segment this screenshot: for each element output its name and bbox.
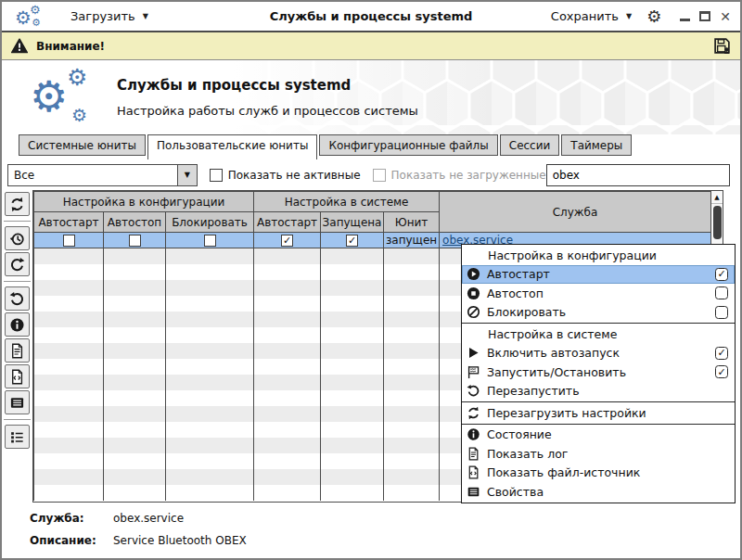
info-icon [467, 427, 480, 441]
config-autostop-checkbox[interactable]: ✓ [129, 235, 141, 247]
redo-button[interactable] [5, 252, 30, 276]
column-header-service[interactable]: Служба [440, 192, 711, 233]
menu-checkbox[interactable]: ✓ [715, 268, 728, 281]
tab-sessions[interactable]: Сессии [500, 134, 560, 156]
column-header[interactable]: Автостарт [34, 212, 104, 233]
save-menu-label: Сохранить [551, 9, 619, 23]
menu-checkbox[interactable]: ✓ [715, 347, 728, 360]
group-header-config[interactable]: Настройка в конфигурации [34, 192, 254, 212]
app-header-banner: ⚙ ⚙ ⚙ Службы и процессы systemd Настройк… [2, 60, 740, 134]
left-toolbar [2, 190, 32, 503]
toolbar-separator [4, 281, 31, 282]
load-menu-label: Загрузить [70, 9, 135, 23]
context-menu-item-show-source[interactable]: Показать файл-источник [462, 464, 735, 483]
history-button[interactable] [5, 226, 30, 250]
app-gears-logo: ⚙ ⚙ ⚙ [30, 66, 98, 129]
scrollbar-thumb[interactable] [713, 206, 722, 239]
play-icon [467, 346, 480, 360]
close-button[interactable]: ✕ [720, 10, 731, 23]
config-autostart-checkbox[interactable]: ✓ [63, 235, 75, 247]
column-header[interactable]: Блокировать [166, 212, 254, 233]
title-bar: ⚙ ⚙ ⚙ Загрузить ▼ Службы и процессы syst… [2, 2, 740, 32]
column-header[interactable]: Юнит [384, 212, 440, 233]
save-menu-button[interactable]: Сохранить ▼ [551, 9, 632, 23]
context-menu-item-show-log[interactable]: Показать лог [462, 444, 735, 464]
warning-triangle-icon [11, 38, 28, 54]
chevron-down-icon: ▼ [143, 13, 148, 20]
context-menu-section-system: Настройка в системе [462, 325, 735, 344]
filter-select[interactable]: Все ▼ [7, 164, 198, 186]
window-controls: ✕ [680, 10, 731, 23]
stop-circle-icon [467, 286, 480, 300]
context-menu-item-reload-settings[interactable]: Перезагрузить настройки [462, 403, 735, 423]
description-label: Описание: [30, 534, 113, 547]
filter-select-value: Все [14, 169, 34, 182]
banner-title: Службы и процессы systemd [117, 77, 418, 94]
list-button[interactable] [5, 425, 30, 449]
load-menu-button[interactable]: Загрузить ▼ [70, 9, 148, 23]
config-block-checkbox[interactable]: ✓ [204, 235, 216, 247]
context-menu-item-status[interactable]: Состояние [462, 426, 735, 445]
menu-checkbox[interactable]: ✓ [715, 306, 728, 319]
system-autostart-checkbox[interactable]: ✓ [281, 235, 293, 247]
tab-system-units[interactable]: Системные юниты [19, 134, 146, 156]
details-panel: Служба: obex.service Описание: Service B… [2, 503, 740, 547]
app-gears-icon: ⚙ ⚙ ⚙ [15, 4, 46, 30]
group-header-system[interactable]: Настройка в системе [254, 192, 440, 212]
minimize-button[interactable] [680, 19, 690, 21]
source-file-icon [467, 465, 480, 479]
context-menu-item-autostop[interactable]: Автостоп ✓ [462, 284, 735, 303]
tab-timers[interactable]: Таймеры [561, 134, 632, 156]
restart-button[interactable] [5, 286, 30, 311]
block-icon [467, 305, 480, 319]
system-running-checkbox[interactable]: ✓ [346, 235, 358, 247]
settings-gear-icon[interactable]: ⚙ [646, 8, 661, 25]
unit-status: запущен [384, 233, 440, 248]
column-header[interactable]: Автостоп [104, 212, 166, 233]
status-button[interactable] [5, 312, 30, 337]
search-input[interactable] [546, 164, 730, 186]
service-label: Служба: [30, 512, 113, 525]
context-menu: Настройка в конфигурации Автостарт ✓ Авт… [461, 244, 736, 503]
dropdown-arrow-icon[interactable]: ▼ [177, 165, 197, 185]
tab-user-units[interactable]: Пользовательские юниты [147, 134, 317, 159]
show-source-button[interactable] [5, 364, 30, 388]
scroll-up-icon[interactable]: ▲ [711, 191, 723, 204]
flag-icon [467, 365, 480, 379]
tab-bar: Системные юниты Пользовательские юниты К… [2, 134, 740, 159]
chevron-down-icon: ▼ [626, 13, 632, 20]
tab-config-files[interactable]: Конфигурационные файлы [319, 134, 497, 156]
context-menu-item-restart[interactable]: Перезапустить [462, 382, 735, 401]
log-file-icon [467, 447, 480, 461]
app-window: ⚙ ⚙ ⚙ Загрузить ▼ Службы и процессы syst… [0, 0, 742, 560]
menu-checkbox[interactable]: ✓ [715, 365, 728, 378]
show-unloaded-checkbox: ✓ Показать не загруженные [373, 169, 546, 182]
context-menu-section-config: Настройка в конфигурации [462, 246, 735, 265]
menu-separator [462, 424, 735, 425]
play-circle-icon [467, 267, 480, 281]
service-value: obex.service [113, 512, 184, 525]
show-log-button[interactable] [5, 338, 30, 363]
save-file-icon[interactable] [713, 37, 731, 55]
show-inactive-checkbox[interactable]: ✓ Показать не активные [210, 169, 361, 182]
properties-icon [467, 485, 480, 499]
maximize-button[interactable] [699, 11, 710, 21]
warning-bar: Внимание! [2, 32, 740, 60]
description-value: Service Bluetooth OBEX [113, 534, 247, 547]
context-menu-item-start-stop[interactable]: Запустить/Остановить ✓ [462, 363, 735, 382]
menu-separator [462, 401, 735, 402]
context-menu-item-autostart[interactable]: Автостарт ✓ [462, 265, 735, 285]
filter-bar: Все ▼ ✓ Показать не активные ✓ Показать … [2, 159, 740, 190]
warning-text: Внимание! [36, 40, 105, 53]
menu-separator [462, 323, 735, 324]
column-header[interactable]: Автостарт [254, 212, 321, 233]
context-menu-item-properties[interactable]: Свойства [462, 482, 735, 502]
context-menu-item-enable-autostart[interactable]: Включить автозапуск ✓ [462, 344, 735, 363]
column-header[interactable]: Запущена [321, 212, 384, 233]
properties-button[interactable] [5, 390, 30, 414]
undo-arrow-icon [467, 384, 480, 398]
context-menu-item-block[interactable]: Блокировать ✓ [462, 303, 735, 323]
banner-subtitle: Настройка работы служб и процессов систе… [117, 104, 418, 118]
menu-checkbox[interactable]: ✓ [715, 286, 728, 299]
reload-units-button[interactable] [5, 192, 30, 216]
